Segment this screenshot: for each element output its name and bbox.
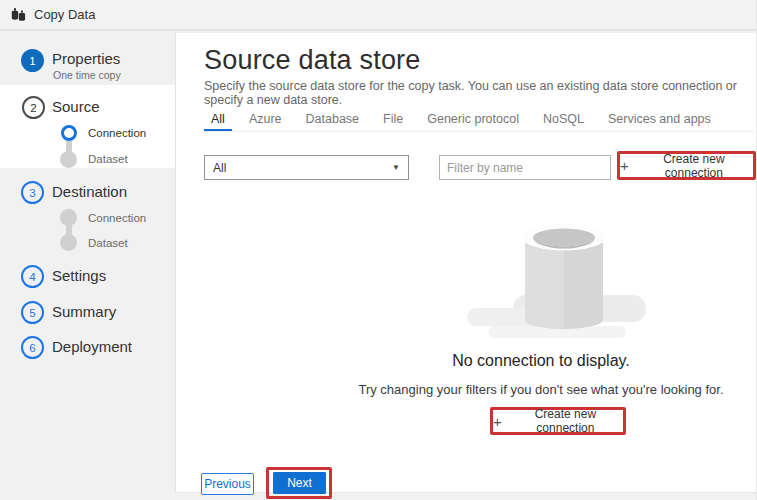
empty-state-hint: Try changing your filters if you don't s… (331, 382, 751, 397)
plus-icon: + (620, 158, 629, 173)
empty-database-cylinder-graphic (464, 212, 664, 344)
wizard-steps-sidebar: 1 Properties One time copy 2 Source Conn… (0, 33, 175, 500)
properties-sublabel: One time copy (53, 69, 121, 81)
destination-connection-circle[interactable] (60, 209, 77, 226)
tab-services-and-apps[interactable]: Services and apps (601, 109, 718, 131)
copy-data-icon (10, 6, 27, 23)
plus-icon: + (493, 414, 502, 429)
page-description: Specify the source data store for the co… (204, 79, 756, 107)
step-circle-properties[interactable]: 1 (21, 49, 44, 72)
copy-data-wizard-window: Copy Data 1 Properties One time copy 2 S… (0, 0, 757, 500)
step-number: 4 (29, 271, 35, 283)
dropdown-value: All (213, 161, 226, 175)
step-circle-destination[interactable]: 3 (21, 181, 44, 204)
previous-button[interactable]: Previous (201, 473, 254, 495)
page-title: Source data store (204, 45, 421, 76)
app-title: Copy Data (34, 7, 95, 22)
annotation-box-create-connection-top: + Create new connection (617, 151, 756, 180)
tab-generic-protocol[interactable]: Generic protocol (420, 109, 526, 131)
title-bar: Copy Data (0, 0, 756, 31)
next-button[interactable]: Next (273, 472, 326, 494)
create-new-connection-button-top[interactable]: + Create new connection (620, 154, 753, 177)
connector-type-dropdown[interactable]: All ▼ (204, 155, 409, 180)
sidebar-item-source[interactable]: Source (52, 98, 100, 115)
source-dataset-circle[interactable] (60, 151, 77, 168)
sidebar-item-source-dataset[interactable]: Dataset (88, 153, 128, 165)
step-number: 3 (29, 187, 35, 199)
sidebar-item-summary[interactable]: Summary (52, 303, 116, 320)
destination-dataset-circle[interactable] (60, 234, 77, 251)
sidebar-item-deployment[interactable]: Deployment (52, 338, 132, 355)
step-circle-summary[interactable]: 5 (21, 301, 44, 324)
tab-all[interactable]: All (204, 109, 232, 131)
filter-by-name-input[interactable] (439, 155, 611, 180)
create-new-connection-label: Create new connection (508, 407, 623, 435)
annotation-box-create-connection-middle: + Create new connection (490, 407, 626, 435)
connector-category-tabs: All Azure Database File Generic protocol… (204, 109, 754, 132)
step-number: 6 (29, 342, 35, 354)
step-number: 2 (30, 102, 36, 114)
step-circle-deployment[interactable]: 6 (21, 336, 44, 359)
sidebar-item-destination-dataset[interactable]: Dataset (88, 237, 128, 249)
sidebar-item-destination-connection[interactable]: Connection (88, 212, 146, 224)
tab-database[interactable]: Database (299, 109, 367, 131)
sidebar-item-source-connection[interactable]: Connection (88, 127, 146, 139)
sidebar-item-properties[interactable]: Properties (52, 50, 120, 67)
source-data-store-panel: Source data store Specify the source dat… (175, 33, 756, 493)
tab-nosql[interactable]: NoSQL (536, 109, 591, 131)
empty-state-illustration (464, 212, 664, 348)
step-number: 1 (29, 55, 35, 67)
step-number: 5 (29, 307, 35, 319)
tab-azure[interactable]: Azure (242, 109, 289, 131)
create-new-connection-label: Create new connection (635, 152, 753, 180)
step-circle-settings[interactable]: 4 (21, 265, 44, 288)
source-connection-circle[interactable] (61, 125, 77, 141)
sidebar-item-destination[interactable]: Destination (52, 183, 127, 200)
tab-file[interactable]: File (376, 109, 410, 131)
sidebar-item-settings[interactable]: Settings (52, 267, 106, 284)
step-circle-source[interactable]: 2 (22, 96, 45, 119)
empty-state-title: No connection to display. (331, 352, 751, 370)
chevron-down-icon: ▼ (392, 163, 400, 172)
create-new-connection-button-middle[interactable]: + Create new connection (493, 410, 623, 432)
